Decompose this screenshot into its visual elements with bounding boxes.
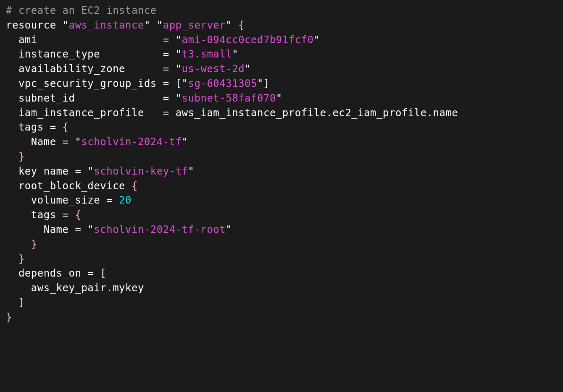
attr-depends-on: depends_on	[18, 267, 82, 279]
comment: # create an EC2 instance	[6, 5, 157, 16]
quote: "	[144, 19, 150, 31]
val-subnet: subnet-58faf070	[182, 92, 276, 104]
quote: "	[176, 48, 182, 60]
bracket-close: ]	[18, 297, 25, 308]
equals: =	[75, 165, 81, 177]
resource-name: app_server	[163, 19, 226, 31]
code-block: # create an EC2 instance resource "aws_i…	[6, 3, 557, 325]
val-az: us-west-2d	[182, 63, 245, 75]
brace-close: }	[18, 253, 25, 265]
quote: "	[314, 34, 320, 46]
quote: "	[276, 92, 282, 104]
val-iam-ref: aws_iam_instance_profile.ec2_iam_profile…	[176, 107, 458, 119]
val-tag-name: scholvin-2024-tf	[81, 136, 182, 148]
bracket-close: ]	[263, 78, 270, 89]
quote: "	[226, 224, 232, 235]
attr-sg: vpc_security_group_ids	[18, 78, 157, 89]
attr-volume-size: volume_size	[31, 194, 100, 206]
attr-iam: iam_instance_profile	[18, 107, 144, 119]
brace-close: }	[31, 238, 37, 250]
attr-instance-type: instance_type	[18, 48, 100, 60]
attr-ami: ami	[18, 34, 37, 46]
bracket-open: [	[100, 267, 106, 279]
quote: "	[157, 19, 163, 31]
val-ami: ami-094cc0ced7b91fcf0	[182, 34, 314, 46]
attr-tags: tags	[18, 121, 44, 133]
brace-open: {	[63, 121, 69, 133]
attr-az: availability_zone	[18, 63, 125, 75]
val-key-name: scholvin-key-tf	[94, 165, 188, 177]
equals: =	[75, 224, 81, 235]
quote: "	[245, 63, 251, 75]
quote: "	[75, 136, 81, 148]
val-sg: sg-60431305	[188, 78, 257, 89]
equals: =	[63, 136, 69, 148]
brace-open: {	[238, 19, 245, 31]
equals: =	[106, 194, 113, 206]
quote: "	[182, 78, 188, 89]
quote: "	[257, 78, 263, 89]
attr-key-name: key_name	[18, 165, 69, 177]
quote: "	[176, 63, 182, 75]
equals: =	[163, 107, 169, 119]
resource-type: aws_instance	[69, 19, 144, 31]
val-instance-type: t3.small	[182, 48, 232, 60]
attr-name: Name	[44, 224, 69, 235]
val-depends-ref: aws_key_pair.mykey	[31, 282, 144, 294]
attr-name: Name	[31, 136, 56, 148]
brace-close: }	[6, 311, 12, 323]
quote: "	[87, 165, 94, 177]
keyword-resource: resource	[6, 19, 56, 31]
equals: =	[163, 92, 169, 104]
equals: =	[63, 209, 69, 221]
equals: =	[163, 78, 169, 89]
brace-close: }	[18, 151, 25, 162]
bracket-open: [	[176, 78, 182, 89]
quote: "	[188, 165, 195, 177]
equals: =	[163, 63, 169, 75]
brace-open: {	[75, 209, 81, 221]
equals: =	[163, 48, 169, 60]
val-root-tag-name: scholvin-2024-tf-root	[94, 224, 226, 235]
equals: =	[163, 34, 169, 46]
quote: "	[182, 136, 188, 148]
brace-open: {	[132, 180, 138, 192]
quote: "	[87, 224, 94, 235]
equals: =	[50, 121, 56, 133]
quote: "	[176, 34, 182, 46]
val-volume-size: 20	[119, 194, 132, 206]
equals: =	[87, 267, 94, 279]
quote: "	[226, 19, 232, 31]
attr-root-block: root_block_device	[18, 180, 125, 192]
quote: "	[63, 19, 69, 31]
attr-subnet: subnet_id	[18, 92, 75, 104]
quote: "	[176, 92, 182, 104]
attr-tags: tags	[31, 209, 56, 221]
quote: "	[232, 48, 238, 60]
